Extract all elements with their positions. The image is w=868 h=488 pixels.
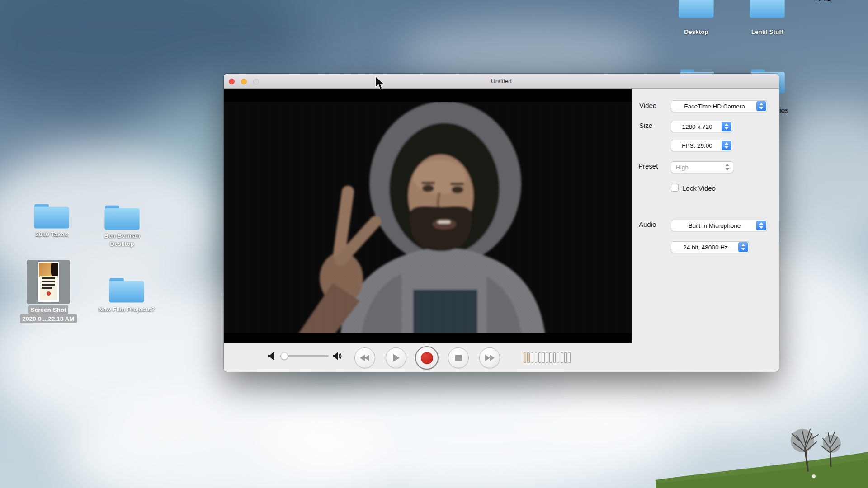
partial-folder-label: ies: [779, 107, 807, 115]
record-button[interactable]: [415, 346, 439, 370]
desktop-icon-desktop-folder[interactable]: Desktop: [660, 0, 732, 36]
preset-value: High: [676, 164, 700, 171]
fast-forward-button[interactable]: [479, 347, 500, 368]
stop-button[interactable]: [448, 347, 469, 368]
play-button[interactable]: [386, 347, 406, 368]
desktop-icon-lentil-stuff[interactable]: Lentil Stuff: [731, 0, 803, 36]
screenshot-thumbnail: [38, 262, 59, 302]
desktop-icon-new-film-projects[interactable]: New Film Projects?: [88, 275, 165, 314]
icon-label: New Film Projects?: [88, 305, 165, 314]
folder-icon: [108, 275, 146, 305]
icon-label-line2: 2020-0....22.18 AM: [20, 314, 76, 323]
cloud: [253, 366, 687, 488]
size-label: Size: [639, 122, 652, 129]
rewind-button[interactable]: [354, 347, 375, 368]
stepper-icon: [756, 221, 766, 230]
desktop: 2019 Taxes Ben Berman Desktop Screen Sho…: [0, 0, 868, 488]
desktop-icon-ben-berman-desktop[interactable]: Ben Berman Desktop: [86, 202, 158, 248]
stepper-icon: [722, 122, 731, 131]
lock-video-label: Lock Video: [682, 184, 716, 192]
titlebar[interactable]: Untitled: [224, 74, 779, 89]
webcam-frame: [224, 89, 632, 343]
icon-label: 2019 Taxes: [15, 230, 88, 239]
stepper-icon: [722, 162, 732, 172]
audio-level-meter: [524, 352, 571, 363]
fps-select[interactable]: FPS: 29.00: [671, 140, 732, 151]
stepper-icon: [738, 242, 748, 252]
video-source-value: FaceTime HD Camera: [684, 103, 754, 110]
audio-source-select[interactable]: Built-in Microphone: [671, 220, 767, 231]
cloud: [63, 398, 380, 488]
preset-select: High: [671, 161, 733, 173]
desktop-icon-screen-shot[interactable]: Screen Shot 2020-0....22.18 AM: [10, 260, 87, 323]
icon-label-line1: Ben Berman: [86, 232, 158, 240]
video-preview: [224, 89, 632, 343]
lock-video-checkbox[interactable]: [671, 184, 679, 192]
icon-label-line2: Desktop: [86, 240, 158, 248]
size-value: 1280 x 720: [682, 123, 722, 130]
volume-min-icon: [267, 352, 276, 361]
desktop-icon-2019-taxes[interactable]: 2019 Taxes: [15, 201, 88, 239]
stepper-icon: [756, 101, 766, 111]
volume-max-icon: [332, 352, 342, 361]
fps-value: FPS: 29.00: [682, 142, 722, 149]
silhouette: [51, 263, 58, 277]
meadow-trees: [656, 420, 868, 488]
icon-label: Desktop: [660, 28, 732, 36]
record-badge: [47, 291, 51, 296]
folder-icon: [748, 0, 786, 20]
capture-window: Untitled: [224, 74, 779, 372]
folder-icon: [33, 201, 71, 230]
icon-label: Lentil Stuff: [731, 28, 803, 36]
icon-label-line1: Screen Shot: [28, 305, 69, 314]
audio-source-value: Built-in Microphone: [689, 222, 750, 229]
audio-format-value: 24 bit, 48000 Hz: [683, 244, 736, 251]
record-dot-icon: [421, 352, 433, 364]
icon-label: RAID: [815, 0, 832, 2]
video-source-select[interactable]: FaceTime HD Camera: [671, 100, 767, 112]
video-label: Video: [639, 102, 656, 109]
volume-slider-thumb[interactable]: [281, 352, 288, 360]
selection-highlight: [27, 260, 70, 304]
desktop-icon-raid-label[interactable]: RAID: [806, 0, 842, 3]
folder-icon: [677, 0, 715, 20]
preset-label: Preset: [638, 162, 658, 170]
stepper-icon: [722, 141, 731, 150]
folder-icon: [103, 202, 141, 232]
audio-label: Audio: [639, 221, 656, 228]
window-title: Untitled: [224, 74, 779, 89]
size-select[interactable]: 1280 x 720: [671, 121, 732, 132]
audio-format-select[interactable]: 24 bit, 48000 Hz: [671, 241, 749, 253]
